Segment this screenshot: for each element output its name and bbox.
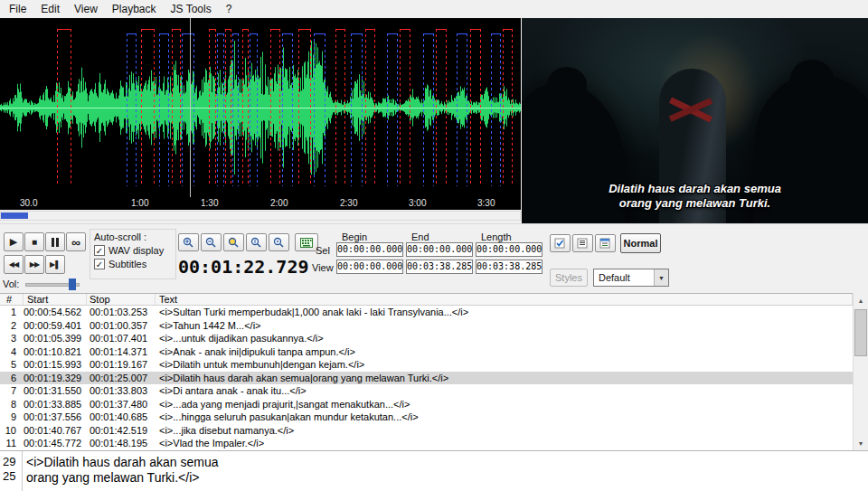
row-start: 00:00:54.562 (20, 306, 87, 319)
sel-begin-field[interactable]: 00:00:00.000 (336, 242, 403, 257)
volume-label: Vol: (3, 279, 19, 289)
menu-view[interactable]: View (67, 1, 105, 17)
table-row[interactable]: 4 00:01:10.821 00:01:14.371 <i>Anak - an… (0, 345, 853, 359)
zoom-out-button[interactable] (201, 233, 222, 251)
sel-length-field[interactable]: 00:00:00.000 (476, 242, 542, 257)
zoom-vertical-button[interactable] (246, 233, 267, 251)
row-stop: 00:01:00.357 (87, 319, 156, 333)
row-start: 00:01:31.550 (20, 384, 87, 398)
table-row[interactable]: 3 00:01:05.399 00:01:07.401 <i>...untuk … (0, 332, 853, 345)
zoom-selection-button[interactable] (223, 233, 244, 251)
row-number: 7 (0, 384, 20, 398)
skip-back-button[interactable]: ◀◀ (4, 255, 24, 274)
video-panel[interactable]: Dilatih haus darah akan semua orang yang… (522, 18, 868, 223)
row-text: <i>...hingga seluruh pasukan|akan mundur… (156, 411, 853, 424)
sel-end-field[interactable]: 00:00:00.000 (406, 242, 473, 257)
table-row[interactable]: 6 00:01:19.329 00:01:25.007 <i>Dilatih h… (0, 372, 853, 385)
zoom-in-button[interactable] (178, 233, 199, 251)
row-number: 4 (0, 345, 20, 359)
spellcheck-button[interactable] (550, 234, 571, 252)
stop-button[interactable]: ■ (24, 232, 44, 251)
list-view-button[interactable] (572, 234, 593, 252)
row-stop: 00:01:33.803 (87, 384, 156, 398)
header-number[interactable]: # (0, 294, 24, 305)
chevron-down-icon[interactable]: ▼ (654, 269, 668, 286)
row-stop: 00:01:03.253 (87, 306, 156, 319)
menu-file[interactable]: File (2, 1, 33, 17)
subtitle-text-input[interactable]: <i>Dilatih haus darah akan semua orang y… (23, 451, 868, 491)
timeline-label: 2:00 (270, 198, 288, 208)
loop-icon: ∞ (71, 236, 80, 249)
play-button[interactable]: ▶ (4, 232, 24, 251)
waveform-canvas[interactable] (0, 18, 521, 197)
normal-mode-button[interactable]: Normal (620, 233, 661, 253)
row-number: 2 (0, 319, 20, 333)
row-start: 00:01:37.556 (20, 411, 87, 424)
timeline-label: 3:00 (409, 198, 426, 208)
row-stop: 00:01:07.401 (87, 332, 156, 345)
scroll-down-arrow-icon[interactable]: ▼ (854, 436, 868, 450)
menu-js-tools[interactable]: JS Tools (164, 1, 219, 17)
row-start: 00:00:59.401 (20, 319, 87, 333)
waveform-scrollbar-thumb[interactable] (1, 212, 28, 219)
zoom-reset-button[interactable] (269, 233, 289, 251)
header-start[interactable]: Start (24, 294, 87, 305)
scrollbar-thumb[interactable] (854, 309, 867, 356)
subtitle-list-body: 1 00:00:54.562 00:01:03.253 <i>Sultan Tu… (0, 306, 853, 450)
table-row[interactable]: 1 00:00:54.562 00:01:03.253 <i>Sultan Tu… (0, 306, 853, 319)
table-row[interactable]: 5 00:01:15.993 00:01:19.167 <i>Dilatih u… (0, 358, 853, 372)
row-text: <i>Vlad the Impaler.</i> (156, 437, 853, 450)
waveform-panel: 30.0 1:00 1:30 2:00 2:30 3:00 3:30 (0, 18, 521, 210)
play-to-cursor-button[interactable]: ▶▌ (45, 255, 65, 274)
subtitle-text-line: <i>Dilatih haus darah akan semua (26, 455, 868, 470)
skip-forward-icon: ▶▶ (30, 261, 39, 269)
style-manager-button[interactable] (595, 234, 616, 252)
row-number: 3 (0, 332, 20, 345)
style-select[interactable]: Default ▼ (593, 269, 669, 287)
wav-display-checkbox[interactable] (94, 245, 105, 256)
zoom-selection-icon (228, 237, 240, 249)
view-end-field[interactable]: 00:03:38.285 (406, 260, 473, 274)
zoom-in-icon (183, 237, 194, 249)
table-row[interactable]: 2 00:00:59.401 00:01:00.357 <i>Tahun 144… (0, 319, 853, 333)
menu-bar: File Edit View Playback JS Tools ? (0, 0, 868, 18)
table-row[interactable]: 7 00:01:31.550 00:01:33.803 <i>Di antara… (0, 384, 853, 398)
loop-button[interactable]: ∞ (66, 232, 86, 251)
table-row[interactable]: 9 00:01:37.556 00:01:40.685 <i>...hingga… (0, 411, 853, 424)
styles-button[interactable]: Styles (550, 269, 588, 287)
row-number: 8 (0, 398, 20, 411)
table-row[interactable]: 12 00:01:48.567 00:01:51.571 <i>Putra Na… (0, 450, 853, 451)
menu-edit[interactable]: Edit (33, 1, 67, 17)
autoscroll-label: Auto-scroll : (94, 231, 172, 242)
skip-forward-button[interactable]: ▶▶ (24, 255, 44, 274)
row-number: 6 (0, 372, 20, 385)
view-row-label: View (312, 262, 335, 273)
row-text: <i>...jika disebut namanya.</i> (156, 424, 853, 438)
menu-help[interactable]: ? (219, 1, 240, 17)
pause-button[interactable] (45, 232, 65, 251)
menu-playback[interactable]: Playback (105, 1, 164, 17)
checkmark-box-icon (554, 238, 566, 249)
cursor-time-display: 00:01:22.729 (178, 255, 312, 279)
subtitle-list-scrollbar[interactable]: ▲ ▼ (853, 293, 868, 450)
waveform-scrollbar[interactable] (0, 211, 521, 221)
header-text[interactable]: Text (156, 294, 853, 305)
row-start: 00:01:40.767 (20, 424, 87, 438)
view-begin-field[interactable]: 00:00:00.000 (336, 260, 403, 274)
subtitles-checkbox[interactable] (94, 259, 105, 269)
play-icon: ▶ (10, 237, 17, 247)
row-number: 9 (0, 411, 20, 424)
panel-icon (599, 238, 611, 249)
begin-column-label: Begin (336, 231, 403, 242)
line-length-count: 29 (0, 455, 22, 469)
row-number: 10 (0, 424, 20, 438)
header-stop[interactable]: Stop (87, 294, 156, 305)
autoscroll-group: Auto-scroll : WAV display Subtitles (90, 229, 176, 279)
volume-slider-thumb[interactable] (69, 279, 76, 290)
scroll-up-arrow-icon[interactable]: ▲ (854, 293, 868, 307)
table-row[interactable]: 8 00:01:33.885 00:01:37.480 <i>...ada ya… (0, 398, 853, 411)
table-row[interactable]: 11 00:01:45.772 00:01:48.195 <i>Vlad the… (0, 437, 853, 450)
view-length-field[interactable]: 00:03:38.285 (476, 260, 542, 274)
table-row[interactable]: 10 00:01:40.767 00:01:42.519 <i>...jika … (0, 424, 853, 438)
video-subtitle-line: orang yang melawan Turki. (522, 196, 868, 211)
